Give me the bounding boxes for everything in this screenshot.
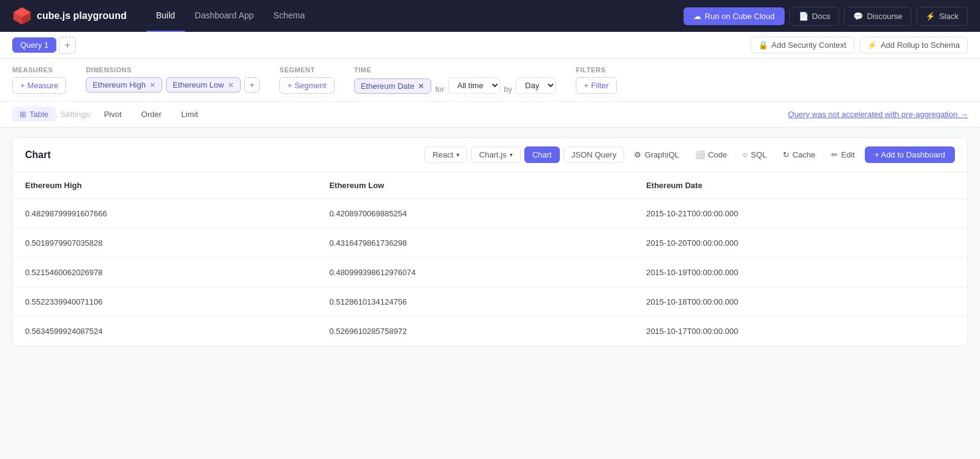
time-dimension-tag: Ethereum Date ✕ <box>354 78 431 94</box>
cell-low: 0.4316479861736298 <box>317 229 634 258</box>
code-icon: ⬜ <box>695 150 705 159</box>
tabs-right-actions: 🔒 Add Security Context ⚡ Add Rollup to S… <box>750 37 968 53</box>
dimension-low-label: Ethereum Low <box>173 80 224 89</box>
logo-text: cube.js playground <box>37 10 127 21</box>
logo: cube.js playground <box>12 6 127 26</box>
time-for-label: for <box>435 85 444 94</box>
dimension-tag-low: Ethereum Low ✕ <box>166 77 241 93</box>
tab-json-query-button[interactable]: JSON Query <box>564 146 625 163</box>
bolt-icon: ⚡ <box>867 40 877 50</box>
table-icon: ⊞ <box>20 110 26 119</box>
circle-icon: ○ <box>743 150 748 159</box>
time-section: TIME Ethereum Date ✕ for All time by Day <box>354 66 556 94</box>
cell-high: 0.5018979907035828 <box>13 229 317 258</box>
edit-icon: ✏ <box>831 150 838 159</box>
tab-graphiql-button[interactable]: ⚙ GraphiQL <box>628 147 685 162</box>
cell-date: 2015-10-18T00:00:00.000 <box>634 287 967 317</box>
time-range-select[interactable]: All time <box>448 77 500 94</box>
segment-controls: + Segment <box>279 77 334 94</box>
view-bar: ⊞ Table Settings: Pivot Order Limit Quer… <box>0 102 980 127</box>
measures-controls: + Measure <box>12 77 66 94</box>
limit-button[interactable]: Limit <box>174 107 205 122</box>
run-cloud-button[interactable]: ☁ Run on Cube Cloud <box>684 7 785 25</box>
cell-low: 0.5128610134124756 <box>317 287 634 317</box>
chartjs-dropdown[interactable]: Chart.js <box>471 146 521 163</box>
order-button[interactable]: Order <box>134 107 169 122</box>
navbar-actions: ☁ Run on Cube Cloud 📄 Docs 💬 Discourse ⚡… <box>684 7 968 26</box>
col-header-high: Ethereum High <box>13 172 317 199</box>
nav-build[interactable]: Build <box>146 0 185 32</box>
plus-segment-icon: + <box>287 81 292 90</box>
cell-date: 2015-10-17T00:00:00.000 <box>634 317 967 346</box>
chart-header: Chart React Chart.js Chart JSON Query ⚙ … <box>13 138 967 172</box>
cell-low: 0.4208970069885254 <box>317 199 634 229</box>
add-tab-button[interactable]: + <box>59 37 76 54</box>
cell-high: 0.5634599924087524 <box>13 317 317 346</box>
table-row: 0.50189799070358280.43164798617362982015… <box>13 229 967 258</box>
col-header-date: Ethereum Date <box>634 172 967 199</box>
lock-icon: 🔒 <box>758 40 768 50</box>
remove-dimension-low-button[interactable]: ✕ <box>228 82 234 89</box>
tab-code-button[interactable]: ⬜ Code <box>689 147 733 162</box>
docs-button[interactable]: 📄 Docs <box>790 7 840 26</box>
add-segment-button[interactable]: + Segment <box>279 77 334 94</box>
tab-cache-button[interactable]: ↻ Cache <box>777 147 822 162</box>
measures-section: MEASURES + Measure <box>12 66 66 94</box>
remove-time-dimension-button[interactable]: ✕ <box>418 82 424 91</box>
table-header-row: Ethereum High Ethereum Low Ethereum Date <box>13 172 967 199</box>
cell-high: 0.5522339940071106 <box>13 287 317 317</box>
add-rollup-button[interactable]: ⚡ Add Rollup to Schema <box>859 37 968 53</box>
chart-section: Chart React Chart.js Chart JSON Query ⚙ … <box>12 137 968 346</box>
navbar: cube.js playground Build Dashboard App S… <box>0 0 980 32</box>
gear-icon: ⚙ <box>634 150 641 159</box>
add-filter-button[interactable]: + Filter <box>576 77 616 94</box>
time-granularity-select[interactable]: Day <box>516 77 556 94</box>
plus-filter-icon: + <box>584 81 589 90</box>
filters-label: FILTERS <box>576 66 616 74</box>
chart-title: Chart <box>25 150 417 161</box>
time-controls: Ethereum Date ✕ for All time by Day <box>354 77 556 94</box>
plus-icon: + <box>20 81 25 90</box>
add-security-context-button[interactable]: 🔒 Add Security Context <box>750 37 854 53</box>
discourse-button[interactable]: 💬 Discourse <box>844 7 911 26</box>
filters-section: FILTERS + Filter <box>576 66 616 94</box>
cell-high: 0.5215460062026978 <box>13 258 317 287</box>
tab-sql-button[interactable]: ○ SQL <box>737 147 773 162</box>
tabs-bar: Query 1 + 🔒 Add Security Context ⚡ Add R… <box>0 32 980 59</box>
time-dimension-label: Ethereum Date <box>361 82 414 91</box>
cell-date: 2015-10-20T00:00:00.000 <box>634 229 967 258</box>
refresh-icon: ↻ <box>783 150 790 159</box>
segment-label: SEGMENT <box>279 66 334 74</box>
nav-dashboard-app[interactable]: Dashboard App <box>185 0 264 32</box>
cell-low: 0.5269610285758972 <box>317 317 634 346</box>
remove-dimension-high-button[interactable]: ✕ <box>149 82 156 89</box>
dimensions-controls: Ethereum High ✕ Ethereum Low ✕ + <box>86 77 260 93</box>
time-label: TIME <box>354 66 556 74</box>
query-tab-1[interactable]: Query 1 <box>12 37 56 53</box>
dimensions-label: DIMENSIONS <box>86 66 260 74</box>
tab-chart-button[interactable]: Chart <box>524 146 560 163</box>
add-dimension-button[interactable]: + <box>244 77 260 93</box>
chart-controls: React Chart.js Chart JSON Query ⚙ Graphi… <box>424 146 955 163</box>
react-dropdown[interactable]: React <box>424 146 467 163</box>
cell-date: 2015-10-21T00:00:00.000 <box>634 199 967 229</box>
query-builder: MEASURES + Measure DIMENSIONS Ethereum H… <box>0 59 980 102</box>
time-by-label: by <box>504 85 513 94</box>
add-measure-button[interactable]: + Measure <box>12 77 66 94</box>
cell-low: 0.4809993986129760​74 <box>317 258 634 287</box>
slack-button[interactable]: ⚡ Slack <box>916 7 968 26</box>
filters-controls: + Filter <box>576 77 616 94</box>
measures-label: MEASURES <box>12 66 66 74</box>
pivot-button[interactable]: Pivot <box>97 107 129 122</box>
col-header-low: Ethereum Low <box>317 172 634 199</box>
nav-schema[interactable]: Schema <box>263 0 314 32</box>
pre-aggregation-link[interactable]: Query was not accelerated with pre-aggre… <box>788 110 968 119</box>
add-to-dashboard-button[interactable]: + Add to Dashboard <box>865 146 955 163</box>
table-row: 0.482987999916076660.4208970069885254201… <box>13 199 967 229</box>
tab-edit-button[interactable]: ✏ Edit <box>825 147 861 162</box>
view-table-button[interactable]: ⊞ Table <box>12 107 56 122</box>
cubejs-logo-icon <box>12 6 32 26</box>
docs-icon: 📄 <box>799 12 809 21</box>
dimension-tag-high: Ethereum High ✕ <box>86 77 162 93</box>
nav-items: Build Dashboard App Schema <box>146 0 664 32</box>
